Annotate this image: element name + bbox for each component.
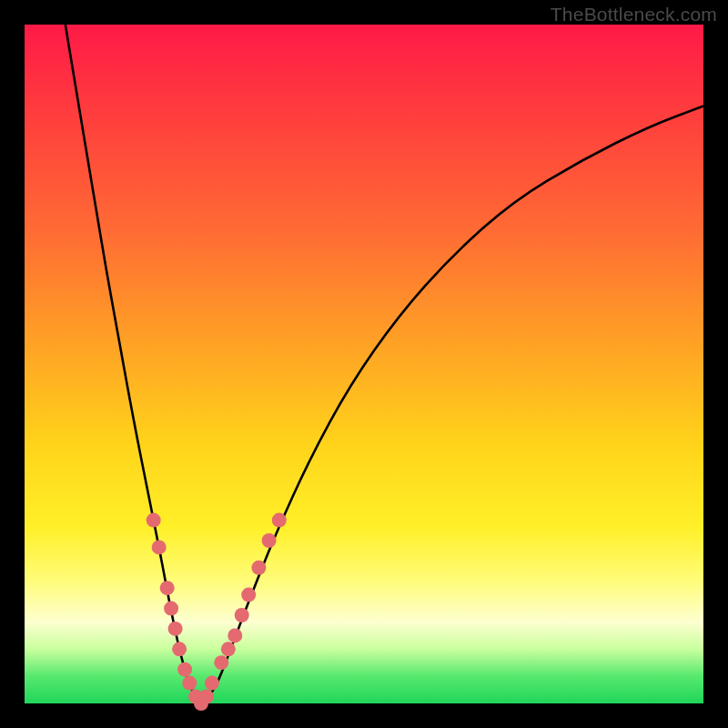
highlight-dot: [152, 540, 167, 554]
highlight-dot: [199, 690, 214, 704]
chart-svg: [25, 25, 703, 703]
highlight-dot: [147, 513, 161, 528]
highlight-dot: [172, 642, 187, 656]
highlight-dot: [164, 602, 178, 616]
highlight-dot: [272, 513, 287, 528]
bottleneck-curve: [66, 25, 703, 700]
highlight-dot: [235, 608, 249, 622]
highlight-dot: [228, 628, 242, 642]
highlight-dot: [241, 588, 256, 602]
highlight-dot: [182, 676, 197, 691]
highlight-dot: [177, 662, 192, 677]
watermark-text: TheBottleneck.com: [551, 4, 717, 25]
highlight-dots: [147, 513, 287, 711]
highlight-dot: [221, 642, 236, 656]
highlight-dot: [205, 676, 219, 691]
highlight-dot: [168, 622, 183, 636]
highlight-dot: [251, 561, 266, 575]
highlight-dot: [160, 581, 175, 595]
highlight-dot: [214, 655, 228, 670]
highlight-dot: [262, 533, 277, 548]
chart-frame: TheBottleneck.com: [0, 0, 728, 728]
plot-area: [25, 25, 703, 703]
